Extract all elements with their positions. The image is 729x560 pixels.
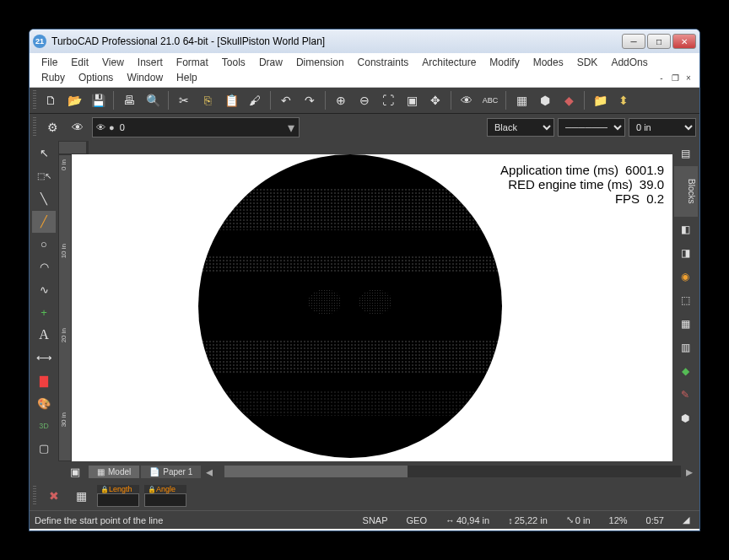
mdi-close-button[interactable]: ×	[683, 73, 694, 83]
pan-icon[interactable]: ✥	[424, 89, 446, 111]
geo-toggle[interactable]: GEO	[402, 515, 432, 525]
spell-check-icon[interactable]: ABC	[479, 89, 501, 111]
print-icon[interactable]: 🖶	[118, 89, 140, 111]
zoom-level[interactable]: 12%	[604, 515, 633, 525]
horizontal-scrollbar[interactable]	[224, 466, 681, 477]
chevron-down-icon[interactable]: ▾	[285, 120, 297, 136]
blocks-panel-tab[interactable]: Blocks	[674, 166, 698, 217]
tab-toggle-icon[interactable]: ▣	[63, 460, 87, 482]
named-view-icon[interactable]: 👁	[456, 89, 478, 111]
text-tool-icon[interactable]: A	[32, 324, 56, 346]
tab-paper1[interactable]: 📄Paper 1	[141, 466, 201, 478]
dimension-tool-icon[interactable]: ⟷	[32, 347, 56, 369]
lineweight-selector[interactable]: 0 in	[629, 118, 696, 137]
menu-dimension[interactable]: Dimension	[289, 55, 351, 70]
redo-icon[interactable]: ↷	[299, 89, 321, 111]
maximize-button[interactable]: □	[647, 34, 671, 49]
tool-icon-2[interactable]: ◆	[558, 89, 580, 111]
curve-tool-icon[interactable]: ∿	[32, 279, 56, 301]
format-painter-icon[interactable]: 🖌	[244, 89, 266, 111]
paste-icon[interactable]: 📋	[220, 89, 242, 111]
menu-ruby[interactable]: Ruby	[35, 70, 72, 85]
menu-constraints[interactable]: Constraints	[351, 55, 416, 70]
minimize-button[interactable]: ─	[622, 34, 645, 49]
properties-icon[interactable]: ▦	[70, 485, 92, 507]
right-tool-4-icon[interactable]: ⬚	[674, 289, 696, 311]
tab-model[interactable]: ▦Model	[89, 466, 139, 478]
palette-tool-icon[interactable]: 🎨	[32, 392, 56, 414]
folder-tool-icon[interactable]: 📁	[589, 89, 611, 111]
menu-window[interactable]: Window	[120, 70, 170, 85]
drawing-canvas[interactable]: Application time (ms)6001.9 RED engine t…	[72, 154, 672, 461]
horizontal-ruler[interactable]: 0 in 10 in 20 in 30 in 40 in 50 in	[87, 141, 89, 154]
layer-icon[interactable]: 👁	[67, 116, 89, 138]
right-tool-1-icon[interactable]: ◧	[674, 218, 696, 240]
lock-icon[interactable]: 🔒	[148, 486, 156, 493]
right-tool-2-icon[interactable]: ◨	[674, 242, 696, 264]
menu-architecture[interactable]: Architecture	[415, 55, 483, 70]
right-tool-5-icon[interactable]: ▦	[674, 313, 696, 335]
menu-modes[interactable]: Modes	[526, 55, 570, 70]
gear-icon[interactable]: ⚙	[41, 116, 63, 138]
scroll-left-icon[interactable]: ◂	[202, 464, 216, 480]
3d-tool-icon[interactable]: 3D	[32, 415, 56, 437]
circle-tool-icon[interactable]: ○	[32, 234, 56, 256]
visibility-icon[interactable]: 👁	[94, 122, 107, 132]
scroll-right-icon[interactable]: ▸	[683, 464, 696, 480]
right-tool-6-icon[interactable]: ▥	[674, 337, 696, 358]
copy-icon[interactable]: ⎘	[197, 89, 219, 111]
menu-help[interactable]: Help	[170, 70, 204, 85]
layer-selector[interactable]	[116, 118, 285, 137]
toolbar-grip[interactable]	[33, 90, 36, 110]
zoom-in-icon[interactable]: ⊕	[330, 89, 352, 111]
right-tool-9-icon[interactable]: ⬢	[674, 407, 696, 429]
new-file-icon[interactable]: 🗋	[40, 89, 62, 111]
menu-file[interactable]: File	[35, 55, 64, 70]
linetype-selector[interactable]: ───────	[558, 118, 625, 137]
angle-input[interactable]	[144, 493, 186, 507]
vertical-ruler[interactable]: 0 in 10 in 20 in 30 in	[58, 154, 72, 461]
cut-icon[interactable]: ✂	[173, 89, 195, 111]
menu-format[interactable]: Format	[170, 55, 215, 70]
menu-view[interactable]: View	[95, 55, 131, 70]
select-similar-icon[interactable]: ⬚↖	[32, 165, 56, 187]
lock-icon[interactable]: 🔒	[100, 486, 109, 493]
point-tool-icon[interactable]: ╲	[32, 188, 56, 210]
box-tool-icon[interactable]: ▢	[32, 438, 56, 460]
right-tool-3-icon[interactable]: ◉	[674, 266, 696, 288]
select-tool-icon[interactable]: ↖	[32, 143, 56, 164]
length-input[interactable]	[97, 493, 139, 507]
toolbar-grip[interactable]	[33, 486, 36, 506]
close-button[interactable]: ✕	[672, 34, 696, 49]
right-tool-7-icon[interactable]: ◆	[674, 360, 696, 382]
arc-tool-icon[interactable]: ◠	[32, 256, 56, 278]
mdi-minimize-button[interactable]: -	[656, 73, 667, 83]
save-file-icon[interactable]: 💾	[87, 89, 109, 111]
menu-edit[interactable]: Edit	[64, 55, 95, 70]
color-swatch-icon[interactable]: ▇	[32, 369, 56, 391]
zoom-window-icon[interactable]: ⛶	[377, 89, 399, 111]
mdi-restore-button[interactable]: ❐	[669, 73, 681, 83]
menu-draw[interactable]: Draw	[252, 55, 289, 70]
menu-insert[interactable]: Insert	[131, 55, 170, 70]
menu-addons[interactable]: AddOns	[604, 55, 654, 70]
toolbar-grip[interactable]	[33, 117, 36, 137]
titlebar[interactable]: 21 TurboCAD Professional 21.0 64-bit - […	[30, 30, 699, 53]
snap-toggle[interactable]: SNAP	[358, 515, 393, 525]
zoom-out-icon[interactable]: ⊖	[354, 89, 375, 111]
menu-options[interactable]: Options	[72, 70, 120, 85]
palette-toggle-icon[interactable]: ▤	[674, 143, 696, 164]
zoom-extents-icon[interactable]: ▣	[401, 89, 423, 111]
right-tool-8-icon[interactable]: ✎	[674, 384, 696, 406]
cancel-command-icon[interactable]: ✖	[43, 485, 65, 507]
menu-modify[interactable]: Modify	[483, 55, 526, 70]
hatch-icon[interactable]: ▦	[510, 89, 532, 111]
undo-icon[interactable]: ↶	[275, 89, 297, 111]
skull-object[interactable]	[198, 154, 502, 458]
lock-icon[interactable]: ●	[107, 122, 116, 132]
resize-grip-icon[interactable]: ◢	[678, 514, 694, 525]
menu-sdk[interactable]: SDK	[570, 55, 605, 70]
layer-tool-icon[interactable]: ⬍	[613, 89, 634, 111]
print-preview-icon[interactable]: 🔍	[142, 89, 164, 111]
line-tool-icon[interactable]: ╱	[32, 211, 56, 233]
